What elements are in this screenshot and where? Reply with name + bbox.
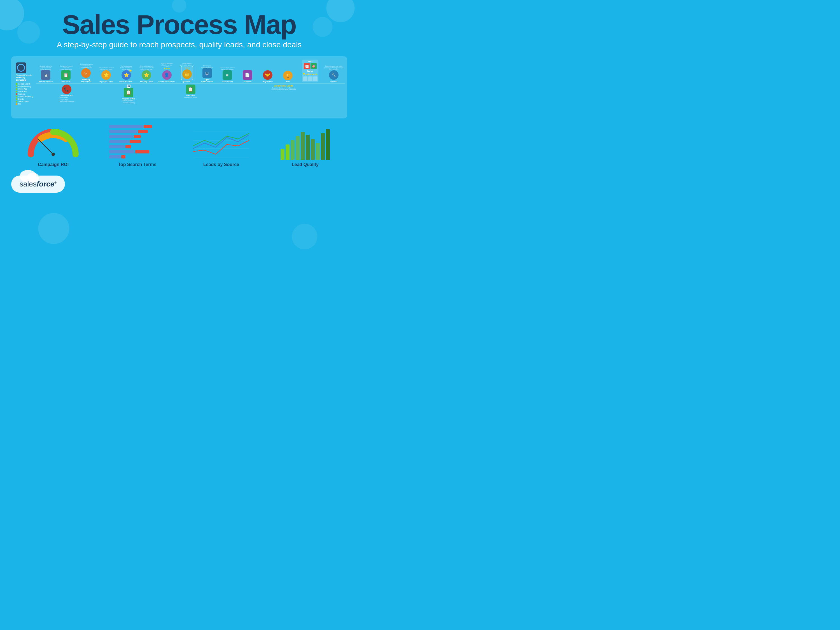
process-map: Plan and Execute Marketing Campaigns Goo… — [11, 56, 347, 118]
horizontal-bar-chart — [109, 123, 165, 160]
bullet-icon — [16, 88, 17, 90]
step-working-leads: When working a lead,set up a series of t… — [137, 65, 156, 82]
step-web-form: • 'Contact me' request• Free trial• Even… — [56, 65, 76, 82]
small-icon — [303, 76, 308, 81]
web-form-2-icon: 📋 — [186, 85, 196, 94]
top-row: • Organic web traffic• Address referrals… — [36, 60, 345, 84]
leads-by-source-label: Leads by Source — [203, 162, 239, 167]
list-item: Content Marketing — [16, 95, 35, 98]
page-wrapper: Sales Process Map A step-by-step guide t… — [0, 0, 358, 205]
step-support: Salesforce gives your entirecompany a 36… — [322, 65, 345, 82]
monitor-icon: 🖥 — [41, 70, 51, 80]
negotiation-icon: 🤝 — [263, 70, 272, 80]
star-leads-icon: ⭐ — [101, 70, 111, 80]
step-establish-contact: It's becoming moredifficult to contacta … — [157, 62, 177, 82]
bullet-icon — [16, 83, 17, 85]
bullet-icon — [16, 86, 17, 87]
sidebar-list: Google Search Email Marketing Online Ads… — [16, 83, 35, 105]
contact-icon: 👤 — [162, 70, 172, 80]
small-icon — [308, 76, 313, 81]
funnel-icon: ▽ — [81, 68, 91, 78]
won-icon: 🏆 — [283, 71, 293, 81]
bullet-icon — [16, 96, 17, 98]
organic-views-icon: 📋 — [124, 88, 133, 97]
top-search-terms-label: Top Search Terms — [118, 162, 156, 167]
step-won: 🏆 Won — [278, 69, 298, 82]
gauge-chart — [25, 123, 81, 160]
charts-section: Campaign ROI — [11, 123, 347, 167]
step-proposal: 📄 Proposal — [238, 69, 257, 82]
list-item: PR — [16, 103, 35, 105]
step-website-visitors: • Organic web traffic• Address referrals… — [36, 65, 55, 82]
salesforce-brand-text: salesforce® — [20, 180, 57, 188]
linkedin-icon: in — [127, 85, 131, 88]
left-sidebar: Plan and Execute Marketing Campaigns Goo… — [16, 62, 35, 106]
svg-point-1 — [52, 153, 55, 156]
campaign-roi-label: Campaign ROI — [38, 162, 69, 167]
list-item: Google Search — [16, 83, 35, 85]
list-item: Partners — [16, 93, 35, 95]
salesforce-logo: salesforce® — [11, 175, 65, 193]
chart-campaign-roi: Campaign ROI — [14, 123, 92, 167]
list-item: Trade Shows — [16, 101, 35, 103]
header: Sales Process Map A step-by-step guide t… — [11, 8, 347, 51]
list-item: Events — [16, 98, 35, 100]
page-title: Sales Process Map — [11, 11, 347, 38]
chart-leads-by-source: Leads by Source — [182, 123, 261, 167]
vbar-chart — [277, 123, 333, 160]
flow-wrapper: • Organic web traffic• Address referrals… — [36, 60, 345, 116]
opportunities-icon: ⊞ — [202, 68, 212, 78]
line-chart — [193, 123, 249, 160]
footer-section: salesforce® — [11, 171, 347, 194]
chart-top-search-terms: Top Search Terms — [98, 123, 177, 167]
step-open-leads: Set up different views to manage your le… — [96, 67, 116, 82]
step-open-opportunities: Monitor youropportunity reports. ⊞ Open … — [197, 65, 217, 82]
proposal-icon: 📄 — [243, 70, 252, 80]
bullet-icon — [16, 101, 17, 103]
bullet-icon — [16, 103, 17, 105]
bottom-row: 📞 Inbound Calls • Yellow pages• Google M… — [36, 84, 345, 104]
create-new-leads: Create New Leads • Search for the custom… — [222, 85, 345, 104]
inbound-calls-icon: 📞 — [62, 85, 71, 94]
target-icon — [17, 64, 25, 72]
sidebar-title: Plan and Execute Marketing Campaigns — [16, 74, 35, 81]
qualified-icon: 👑 — [182, 69, 192, 79]
working-leads-icon: ⭐ — [142, 70, 151, 80]
step-organic-views: in 📋 Organic Views • Social networks• Co… — [98, 85, 159, 104]
step-new-customers: Sales 📈 🎯 New Customers — [298, 60, 322, 82]
list-item: Online Ads — [16, 88, 35, 90]
bullet-icon — [16, 93, 17, 95]
web-form-icon: 📋 — [61, 70, 71, 80]
bullet-icon — [16, 91, 17, 92]
step-web-form-2: 📋 Web Form • New e-book or offer — [160, 85, 221, 104]
step-inbound-calls: 📞 Inbound Calls • Yellow pages• Google M… — [36, 85, 98, 104]
bullet-icon — [16, 98, 17, 100]
duplicate-icon: ⭐ ⭐ — [122, 70, 131, 80]
step-presentation: Find a business processthat fits your pr… — [218, 67, 237, 82]
support-icon: 🔧 — [329, 70, 338, 80]
step-qualified: Create a set ofqualification questions. … — [177, 62, 197, 82]
step-negotiation: 🤝 Negotiation — [258, 69, 278, 82]
page-subtitle: A step-by-step guide to reach prospects,… — [11, 40, 347, 49]
svg-line-0 — [38, 139, 53, 154]
list-item: Email Marketing — [16, 85, 35, 87]
small-icon — [313, 76, 317, 81]
list-item: Social Ads — [16, 90, 35, 92]
process-map-inner: Plan and Execute Marketing Campaigns Goo… — [13, 60, 345, 116]
presentation-icon: ≡ — [223, 70, 232, 80]
step-marketing-automation: • Set up auto-response• Lead scoring• As… — [76, 63, 96, 82]
marketing-icon-box — [16, 62, 26, 73]
lead-quality-label: Lead Quality — [292, 162, 319, 167]
chart-lead-quality: Lead Quality — [266, 123, 344, 167]
step-duplicate-lead: The 'find duplicate'button searches fors… — [117, 65, 136, 82]
